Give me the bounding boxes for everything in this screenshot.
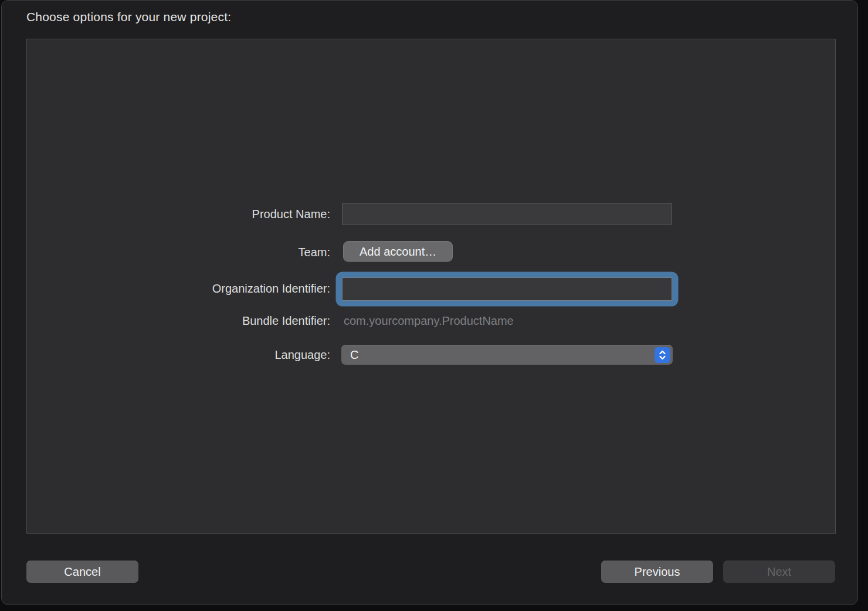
- product-name-label: Product Name:: [27, 208, 330, 221]
- cancel-button[interactable]: Cancel: [26, 561, 138, 583]
- language-popup[interactable]: C: [341, 345, 673, 365]
- bundle-identifier-value: com.yourcompany.ProductName: [344, 314, 514, 328]
- product-name-input[interactable]: [342, 203, 672, 225]
- new-project-options-sheet: Choose options for your new project: Pro…: [1, 0, 858, 605]
- add-account-button[interactable]: Add account…: [343, 241, 453, 262]
- language-selected-value: C: [341, 348, 655, 362]
- popup-chevrons-icon: [655, 347, 670, 363]
- options-panel: Product Name: Team: Add account… Organiz…: [26, 39, 836, 534]
- language-label: Language:: [27, 348, 330, 362]
- previous-button[interactable]: Previous: [601, 561, 713, 583]
- team-label: Team:: [27, 246, 330, 259]
- sheet-title: Choose options for your new project:: [26, 10, 231, 24]
- bundle-identifier-label: Bundle Identifier:: [27, 314, 330, 328]
- focus-ring: [338, 274, 676, 304]
- next-button[interactable]: Next: [723, 561, 835, 583]
- organization-identifier-label: Organization Identifier:: [27, 282, 330, 296]
- organization-identifier-input[interactable]: [342, 277, 672, 301]
